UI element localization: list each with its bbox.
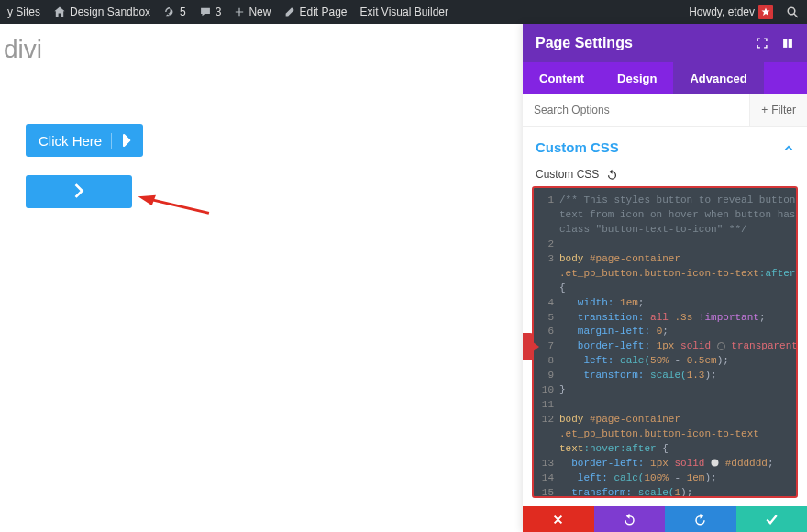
css-code-editor[interactable]: 1/** This styles button to reveal button… bbox=[532, 186, 798, 498]
svg-marker-1 bbox=[138, 188, 158, 205]
undo-button[interactable] bbox=[594, 506, 666, 532]
css-field-label: Custom CSS bbox=[536, 168, 599, 181]
search-input[interactable] bbox=[523, 94, 749, 126]
adminbar-exit-vb[interactable]: Exit Visual Builder bbox=[360, 6, 449, 18]
section-title: Custom CSS bbox=[536, 139, 619, 155]
panel-header: Page Settings bbox=[523, 24, 807, 62]
sitename-label: Design Sandbox bbox=[70, 6, 150, 18]
redo-button[interactable] bbox=[665, 506, 736, 532]
filter-label: Filter bbox=[771, 104, 796, 116]
plus-icon bbox=[234, 6, 245, 17]
page-title-area: divi bbox=[0, 24, 523, 72]
comments-count: 3 bbox=[216, 6, 222, 18]
expand-icon[interactable] bbox=[781, 37, 794, 50]
adminbar-sitename[interactable]: Design Sandbox bbox=[53, 6, 150, 18]
adminbar-new[interactable]: New bbox=[234, 6, 271, 18]
tab-advanced[interactable]: Advanced bbox=[673, 62, 763, 94]
svg-rect-3 bbox=[789, 39, 792, 48]
refresh-icon bbox=[163, 6, 176, 18]
star-icon bbox=[761, 7, 770, 17]
adminbar-mysites[interactable]: y Sites bbox=[7, 6, 40, 18]
plus-icon: + bbox=[761, 104, 768, 116]
new-label: New bbox=[249, 6, 271, 18]
adminbar-howdy[interactable]: Howdy, etdev bbox=[689, 5, 773, 19]
filter-button[interactable]: + Filter bbox=[749, 94, 807, 126]
updates-count: 5 bbox=[180, 6, 186, 18]
close-icon bbox=[552, 514, 564, 526]
button-click-here-label: Click Here bbox=[39, 133, 112, 149]
panel-footer bbox=[523, 506, 807, 532]
home-icon bbox=[53, 6, 66, 18]
code-editor-wrap: 1 1/** This styles button to reveal butt… bbox=[532, 186, 798, 498]
chevron-right-icon bbox=[112, 134, 132, 147]
svg-point-5 bbox=[712, 460, 719, 467]
avatar-badge bbox=[758, 5, 773, 19]
settings-panel: Page Settings Content Design Advanced + … bbox=[523, 24, 807, 532]
adminbar-updates[interactable]: 5 bbox=[163, 6, 186, 18]
adminbar-comments[interactable]: 3 bbox=[199, 6, 222, 18]
check-icon bbox=[765, 513, 779, 526]
css-field-label-row: Custom CSS bbox=[523, 161, 807, 186]
button-click-here[interactable]: Click Here bbox=[26, 124, 143, 157]
panel-tabs: Content Design Advanced bbox=[523, 62, 807, 94]
tab-design[interactable]: Design bbox=[601, 62, 673, 94]
redo-icon bbox=[693, 513, 707, 526]
howdy-label: Howdy, etdev bbox=[689, 6, 755, 18]
save-button[interactable] bbox=[736, 506, 808, 532]
chevron-up-icon bbox=[783, 142, 794, 153]
panel-search-row: + Filter bbox=[523, 94, 807, 127]
chevron-right-icon bbox=[72, 183, 85, 201]
adminbar-search[interactable] bbox=[786, 6, 800, 19]
callout-badge: 1 bbox=[523, 333, 534, 360]
adminbar-edit[interactable]: Edit Page bbox=[283, 6, 347, 18]
svg-rect-2 bbox=[783, 39, 787, 48]
search-icon bbox=[786, 6, 800, 19]
pencil-icon bbox=[283, 6, 295, 18]
panel-body: Custom CSS Custom CSS 1 1/** This styles… bbox=[523, 127, 807, 506]
page-title: divi bbox=[0, 35, 523, 64]
undo-icon bbox=[623, 513, 636, 526]
edit-label: Edit Page bbox=[299, 6, 347, 18]
tab-content[interactable]: Content bbox=[523, 62, 601, 94]
focus-icon[interactable] bbox=[756, 37, 768, 50]
section-custom-css-header[interactable]: Custom CSS bbox=[523, 127, 807, 161]
svg-point-4 bbox=[717, 342, 724, 349]
page-canvas: divi Click Here bbox=[0, 24, 523, 532]
exit-label: Exit Visual Builder bbox=[360, 6, 449, 18]
buttons-area: Click Here bbox=[0, 72, 523, 227]
panel-title: Page Settings bbox=[536, 35, 633, 51]
reset-icon[interactable] bbox=[606, 169, 618, 181]
cancel-button[interactable] bbox=[523, 506, 594, 532]
comment-icon bbox=[199, 6, 212, 18]
wp-admin-bar: y Sites Design Sandbox 5 3 New Edit Page… bbox=[0, 0, 807, 24]
button-icon-only[interactable] bbox=[26, 175, 132, 208]
mysites-label: y Sites bbox=[7, 6, 40, 18]
